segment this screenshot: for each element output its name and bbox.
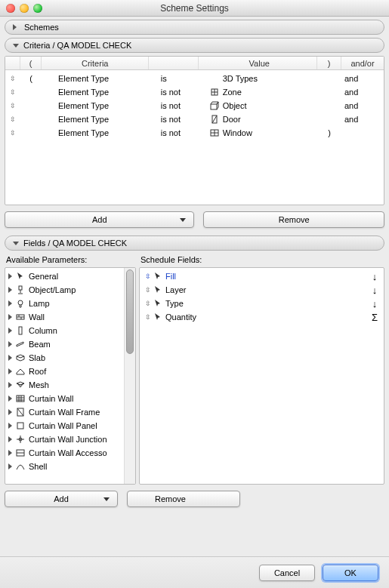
available-param-item[interactable]: Object/Lamp — [5, 283, 124, 297]
svg-rect-8 — [17, 396, 24, 402]
schedule-fields-column: Schedule Fields: ⇳ Fill ↓ ⇳ Layer ↓ ⇳ Ty… — [139, 254, 384, 485]
aggregation-indicator[interactable]: Σ — [366, 312, 384, 323]
criteria-row[interactable]: ⇳ Element Type is not Zone and — [5, 85, 384, 99]
schedule-field-item[interactable]: ⇳ Type ↓ — [140, 297, 384, 310]
available-param-item[interactable]: Roof — [5, 365, 124, 378]
available-param-label: Curtain Wall — [29, 394, 74, 403]
criteria-rows: ⇳ ( Element Type is 3D Types and ⇳ Eleme… — [5, 70, 384, 140]
available-param-item[interactable]: Column — [5, 324, 124, 337]
criteria-value-text: Window — [223, 128, 252, 137]
available-param-label: Lamp — [29, 299, 50, 308]
criteria-value[interactable]: Zone — [209, 88, 317, 97]
available-param-item[interactable]: Slab — [5, 351, 124, 365]
schedule-field-item[interactable]: ⇳ Quantity Σ — [140, 310, 384, 324]
drag-handle-icon[interactable]: ⇳ — [5, 115, 20, 123]
close-window-button[interactable] — [6, 4, 15, 13]
available-param-item[interactable]: Lamp — [5, 297, 124, 310]
drag-handle-icon[interactable]: ⇳ — [5, 102, 20, 109]
criteria-andor[interactable]: and — [341, 101, 384, 110]
criteria-name[interactable]: Element Type — [42, 101, 159, 110]
cjunc-icon — [15, 435, 26, 444]
criteria-operator[interactable]: is not — [159, 115, 209, 124]
criteria-remove-button[interactable]: Remove — [203, 211, 384, 228]
drag-handle-icon[interactable]: ⇳ — [5, 129, 20, 137]
criteria-close-paren[interactable]: ) — [317, 128, 341, 137]
available-param-item[interactable]: Mesh — [5, 378, 124, 392]
zone-icon — [209, 88, 220, 97]
disclosure-right-icon — [8, 328, 12, 334]
criteria-open-paren[interactable]: ( — [20, 74, 42, 83]
available-param-item[interactable]: Wall — [5, 310, 124, 324]
section-schemes[interactable]: Schemes — [5, 20, 384, 35]
schedule-fields-list[interactable]: ⇳ Fill ↓ ⇳ Layer ↓ ⇳ Type ↓ ⇳ Quantity Σ — [139, 267, 384, 485]
criteria-value[interactable]: Window — [209, 128, 317, 137]
criteria-operator[interactable]: is not — [159, 128, 209, 137]
criteria-row[interactable]: ⇳ Element Type is not Object and — [5, 99, 384, 112]
criteria-add-button[interactable]: Add — [5, 211, 194, 228]
criteria-row[interactable]: ⇳ ( Element Type is 3D Types and — [5, 72, 384, 85]
criteria-value[interactable]: 3D Types — [209, 74, 317, 83]
drag-handle-icon[interactable]: ⇳ — [143, 272, 153, 280]
svg-rect-1 — [211, 104, 217, 109]
available-param-item[interactable]: Shell — [5, 460, 124, 473]
aggregation-indicator[interactable]: ↓ — [366, 271, 384, 282]
pointer-icon — [153, 299, 165, 308]
available-param-item[interactable]: General — [5, 269, 124, 283]
criteria-value-text: Door — [223, 115, 241, 124]
criteria-andor[interactable]: and — [341, 74, 384, 83]
available-param-item[interactable]: Curtain Wall Frame — [5, 405, 124, 419]
available-param-item[interactable]: Curtain Wall Accesso — [5, 446, 124, 460]
drag-handle-icon[interactable]: ⇳ — [5, 75, 20, 82]
drag-handle-icon[interactable]: ⇳ — [143, 300, 153, 307]
zoom-window-button[interactable] — [33, 4, 42, 13]
titlebar: Scheme Settings — [0, 0, 389, 17]
ok-button[interactable]: OK — [323, 565, 378, 581]
scrollbar[interactable] — [124, 268, 135, 484]
scrollbar-thumb[interactable] — [126, 269, 134, 354]
aggregation-indicator[interactable]: ↓ — [366, 298, 384, 309]
fields-add-button[interactable]: Add — [5, 491, 118, 507]
drag-handle-icon[interactable]: ⇳ — [143, 313, 153, 321]
object-icon — [209, 101, 220, 110]
criteria-name[interactable]: Element Type — [42, 88, 159, 97]
available-param-item[interactable]: Curtain Wall Panel — [5, 419, 124, 433]
criteria-operator[interactable]: is — [159, 74, 209, 83]
criteria-name[interactable]: Element Type — [42, 74, 159, 83]
criteria-value[interactable]: Door — [209, 115, 317, 124]
minimize-window-button[interactable] — [20, 4, 29, 13]
available-param-item[interactable]: Curtain Wall — [5, 392, 124, 405]
section-criteria[interactable]: Criteria / QA MODEL CHECK — [5, 38, 384, 53]
cancel-button[interactable]: Cancel — [259, 565, 315, 581]
disclosure-right-icon — [8, 287, 12, 293]
criteria-operator[interactable]: is not — [159, 101, 209, 110]
drag-handle-icon[interactable]: ⇳ — [5, 88, 20, 96]
window-icon — [209, 128, 220, 137]
criteria-andor[interactable]: and — [341, 115, 384, 124]
criteria-value[interactable]: Object — [209, 101, 317, 110]
schedule-field-item[interactable]: ⇳ Layer ↓ — [140, 283, 384, 297]
available-param-item[interactable]: Curtain Wall Junction — [5, 433, 124, 446]
criteria-row[interactable]: ⇳ Element Type is not Window ) — [5, 126, 384, 140]
available-param-item[interactable]: Beam — [5, 337, 124, 351]
criteria-row[interactable]: ⇳ Element Type is not Door and — [5, 112, 384, 126]
slab-icon — [15, 353, 26, 362]
criteria-header-andor: and/or — [341, 57, 384, 69]
ok-label: OK — [344, 568, 357, 577]
available-parameters-list[interactable]: General Object/Lamp Lamp Wall Column Bea… — [5, 267, 136, 485]
criteria-buttons: Add Remove — [5, 211, 384, 228]
svg-rect-7 — [19, 327, 22, 334]
schedule-field-item[interactable]: ⇳ Fill ↓ — [140, 269, 384, 283]
criteria-header-value: Value — [199, 57, 317, 69]
aggregation-indicator[interactable]: ↓ — [366, 285, 384, 296]
drag-handle-icon[interactable]: ⇳ — [143, 286, 153, 294]
criteria-name[interactable]: Element Type — [42, 128, 159, 137]
available-param-label: Mesh — [29, 380, 49, 389]
disclosure-right-icon — [8, 423, 12, 429]
criteria-andor[interactable]: and — [341, 88, 384, 97]
criteria-name[interactable]: Element Type — [42, 115, 159, 124]
section-fields[interactable]: Fields / QA MODEL CHECK — [5, 236, 384, 251]
svg-point-5 — [18, 300, 23, 305]
fields-remove-button[interactable]: Remove — [127, 491, 240, 507]
criteria-operator[interactable]: is not — [159, 88, 209, 97]
content-area: Schemes Criteria / QA MODEL CHECK ( Crit… — [0, 17, 389, 507]
